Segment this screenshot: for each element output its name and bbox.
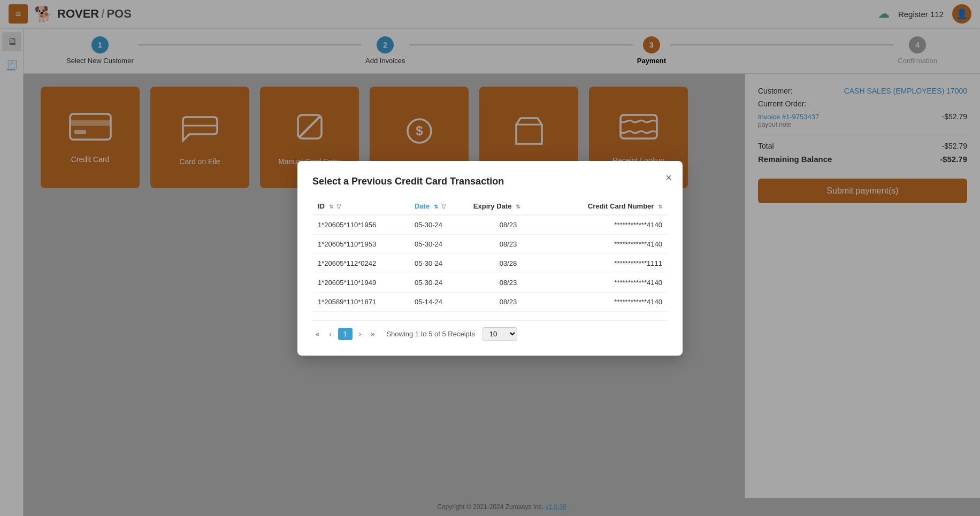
cell-ccnum-4: ************4140: [548, 292, 668, 311]
next-page-button[interactable]: ›: [356, 328, 364, 340]
cell-id-0: 1*20605*110*1956: [312, 215, 409, 235]
cell-expiry-2: 03/28: [468, 253, 548, 273]
cell-expiry-0: 08/23: [468, 215, 548, 235]
table: ID ⇅ ▽ Date ⇅ ▽ Expiry Date ⇅: [312, 198, 668, 312]
cell-expiry-1: 08/23: [468, 234, 548, 253]
header-row: ID ⇅ ▽ Date ⇅ ▽ Expiry Date ⇅: [312, 198, 668, 215]
table-row[interactable]: 1*20605*110*1949 05-30-24 08/23 ********…: [312, 273, 668, 292]
cell-date-4: 05-14-24: [409, 292, 468, 311]
table-row[interactable]: 1*20605*110*1956 05-30-24 08/23 ********…: [312, 215, 668, 235]
current-page-button[interactable]: 1: [338, 328, 353, 340]
cell-date-1: 05-30-24: [409, 234, 468, 253]
modal-overlay: Select a Previous Credit Card Transactio…: [0, 0, 980, 516]
cell-ccnum-2: ************1111: [548, 253, 668, 273]
col-id: ID ⇅ ▽: [312, 198, 409, 215]
modal-close-button[interactable]: ×: [665, 172, 672, 184]
last-page-button[interactable]: »: [368, 328, 378, 340]
cell-date-0: 05-30-24: [409, 215, 468, 235]
first-page-button[interactable]: «: [312, 328, 323, 340]
cell-id-3: 1*20605*110*1949: [312, 273, 409, 292]
col-expiry: Expiry Date ⇅: [468, 198, 548, 215]
col-date: Date ⇅ ▽: [409, 198, 468, 215]
transactions-table: ID ⇅ ▽ Date ⇅ ▽ Expiry Date ⇅: [312, 198, 668, 312]
cell-id-1: 1*20605*110*1953: [312, 234, 409, 253]
cell-date-3: 05-30-24: [409, 273, 468, 292]
table-body: 1*20605*110*1956 05-30-24 08/23 ********…: [312, 215, 668, 312]
modal-dialog: Select a Previous Credit Card Transactio…: [297, 161, 683, 356]
filter-id-icon[interactable]: ▽: [336, 203, 341, 210]
cell-date-2: 05-30-24: [409, 253, 468, 273]
cell-id-4: 1*20589*110*1871: [312, 292, 409, 311]
cell-id-2: 1*20605*112*0242: [312, 253, 409, 273]
cell-ccnum-1: ************4140: [548, 234, 668, 253]
table-row[interactable]: 1*20605*110*1953 05-30-24 08/23 ********…: [312, 234, 668, 253]
modal-title: Select a Previous Credit Card Transactio…: [312, 176, 668, 187]
sort-ccnum-icon[interactable]: ⇅: [658, 204, 662, 210]
cell-expiry-3: 08/23: [468, 273, 548, 292]
sort-expiry-icon[interactable]: ⇅: [516, 204, 520, 210]
sort-date-icon[interactable]: ⇅: [434, 204, 438, 210]
col-ccnum: Credit Card Number ⇅: [548, 198, 668, 215]
filter-date-icon[interactable]: ▽: [441, 203, 446, 210]
pagination: « ‹ 1 › » Showing 1 to 5 of 5 Receipts 1…: [312, 320, 668, 341]
table-header: ID ⇅ ▽ Date ⇅ ▽ Expiry Date ⇅: [312, 198, 668, 215]
prev-page-button[interactable]: ‹: [326, 328, 334, 340]
table-row[interactable]: 1*20605*112*0242 05-30-24 03/28 ********…: [312, 253, 668, 273]
page-info-text: Showing 1 to 5 of 5 Receipts: [386, 330, 475, 338]
cell-expiry-4: 08/23: [468, 292, 548, 311]
cell-ccnum-0: ************4140: [548, 215, 668, 235]
cell-ccnum-3: ************4140: [548, 273, 668, 292]
per-page-select[interactable]: 10 25 50: [483, 327, 517, 341]
table-row[interactable]: 1*20589*110*1871 05-14-24 08/23 ********…: [312, 292, 668, 311]
sort-id-icon[interactable]: ⇅: [329, 204, 333, 210]
